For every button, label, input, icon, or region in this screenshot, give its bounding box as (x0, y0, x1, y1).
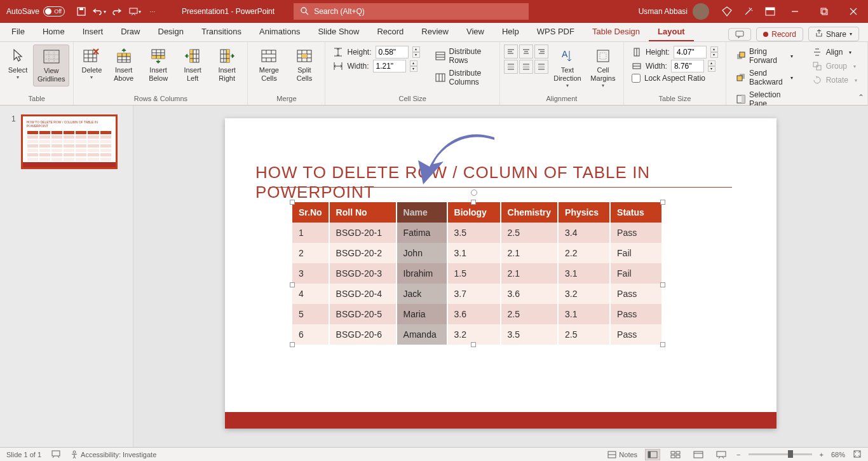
minimize-button[interactable] (780, 0, 810, 23)
resize-handle-ne[interactable] (660, 200, 665, 205)
slide-canvas-area[interactable]: HOW TO DELETE ROW / COLUMN OF TABLE IN P… (133, 106, 868, 447)
table-header[interactable]: Status (610, 202, 662, 223)
insert-left-button[interactable]: Insert Left (176, 45, 209, 85)
tab-table-design[interactable]: Table Design (583, 23, 649, 41)
lock-aspect-ratio-checkbox[interactable]: Lock Aspect Ratio (632, 74, 718, 83)
slide-title[interactable]: HOW TO DELETE ROW / COLUMN OF TABLE IN P… (255, 163, 746, 202)
table-header[interactable]: Name (397, 202, 447, 223)
table-row[interactable]: 6BSGD-20-6Amanda3.23.52.5Pass (292, 324, 662, 345)
tab-design[interactable]: Design (149, 23, 193, 41)
tab-slide-show[interactable]: Slide Show (309, 23, 368, 41)
insert-above-button[interactable]: Insert Above (107, 45, 140, 85)
table-cell[interactable]: 3.6 (447, 304, 501, 324)
cell-width-spinner[interactable]: ▴▾ (410, 60, 417, 72)
diamond-icon[interactable] (722, 6, 732, 17)
table-cell[interactable]: Fail (610, 263, 662, 284)
table-cell[interactable]: 3.5 (447, 223, 501, 243)
redo-icon[interactable] (112, 6, 122, 17)
cell-margins-button[interactable]: Cell Margins▾ (587, 45, 620, 92)
zoom-out-button[interactable]: − (736, 451, 740, 458)
table-cell[interactable]: 3.1 (558, 304, 610, 324)
undo-icon[interactable]: ▾ (94, 6, 104, 17)
table-cell[interactable]: BSGD-20-4 (329, 284, 397, 304)
slide-sorter-view-button[interactable] (668, 449, 683, 460)
table-cell[interactable]: 2.5 (501, 304, 558, 324)
tab-transitions[interactable]: Transitions (193, 23, 250, 41)
table-cell[interactable]: BSGD-20-6 (329, 324, 397, 345)
table-cell[interactable]: 3.1 (558, 263, 610, 284)
resize-handle-w[interactable] (290, 282, 295, 287)
tab-wps-pdf[interactable]: WPS PDF (528, 23, 583, 41)
table-cell[interactable]: 4 (292, 284, 329, 304)
table-cell[interactable]: Fatima (397, 223, 447, 243)
language-icon[interactable] (51, 450, 60, 459)
present-icon[interactable]: ▾ (130, 6, 140, 17)
table-cell[interactable]: BSGD-20-3 (329, 263, 397, 284)
share-button[interactable]: Share▾ (808, 27, 859, 41)
rotate-handle[interactable] (471, 189, 477, 196)
distribute-rows-button[interactable]: Distribute Rows (433, 46, 492, 66)
view-gridlines-button[interactable]: View Gridlines (33, 45, 69, 86)
align-top-center[interactable] (519, 45, 533, 58)
table-row[interactable]: 2BSGD-20-2John3.12.12.2Fail (292, 243, 662, 263)
ribbon-display-icon[interactable] (765, 6, 775, 17)
table-cell[interactable]: Pass (610, 223, 662, 243)
table-cell[interactable]: Pass (610, 324, 662, 345)
table-cell[interactable]: BSGD-20-5 (329, 304, 397, 324)
tab-record[interactable]: Record (368, 23, 412, 41)
table-header[interactable]: Sr.No (292, 202, 329, 223)
merge-cells-button[interactable]: Merge Cells (252, 45, 286, 85)
curved-arrow-shape[interactable] (418, 128, 501, 188)
table-header[interactable]: Physics (558, 202, 610, 223)
table-cell[interactable]: 3.6 (501, 284, 558, 304)
resize-handle-n[interactable] (471, 200, 476, 205)
align-top-left[interactable] (504, 45, 518, 58)
zoom-level[interactable]: 68% (831, 451, 845, 458)
bring-forward-button[interactable]: Bring Forward▾ (734, 46, 796, 66)
table-cell[interactable]: Pass (610, 284, 662, 304)
table-cell[interactable]: 3.4 (558, 223, 610, 243)
delete-button[interactable]: Delete▾ (78, 45, 105, 83)
table-width-input[interactable] (671, 60, 704, 72)
tab-view[interactable]: View (458, 23, 493, 41)
table-cell[interactable]: Amanda (397, 324, 447, 345)
split-cells-button[interactable]: Split Cells (287, 45, 321, 85)
tab-draw[interactable]: Draw (112, 23, 149, 41)
slide-thumbnail[interactable]: HOW TO DELETE ROW / COLUMN OF TABLE IN P… (21, 114, 118, 169)
table-header[interactable]: Roll No (329, 202, 397, 223)
comments-button[interactable] (728, 28, 751, 41)
record-button[interactable]: Record (756, 27, 803, 41)
align-middle-center[interactable] (519, 60, 533, 74)
zoom-slider[interactable] (749, 453, 812, 455)
table-row[interactable]: 5BSGD-20-5Maria3.62.53.1Pass (292, 304, 662, 324)
insert-below-button[interactable]: Insert Below (142, 45, 175, 85)
table-cell[interactable]: Pass (610, 304, 662, 324)
cell-height-input[interactable] (376, 46, 409, 58)
group-button[interactable]: Group▾ (810, 60, 860, 72)
table-cell[interactable]: John (397, 243, 447, 263)
select-button[interactable]: Select▾ (4, 45, 32, 83)
tab-layout[interactable]: Layout (649, 23, 694, 41)
table-height-spinner[interactable]: ▴▾ (710, 46, 718, 58)
resize-handle-se[interactable] (660, 342, 665, 347)
fit-to-window-button[interactable] (853, 450, 862, 460)
qat-customize-icon[interactable]: ⋯ (147, 6, 158, 17)
table-cell[interactable]: 2.5 (501, 223, 558, 243)
table-row[interactable]: 3BSGD-20-3Ibrahim1.52.13.1Fail (292, 263, 662, 284)
tab-review[interactable]: Review (412, 23, 458, 41)
table-cell[interactable]: 3.1 (447, 243, 501, 263)
save-icon[interactable] (76, 6, 86, 17)
table-cell[interactable]: Jack (397, 284, 447, 304)
slide-counter[interactable]: Slide 1 of 1 (6, 451, 41, 458)
slide[interactable]: HOW TO DELETE ROW / COLUMN OF TABLE IN P… (225, 118, 776, 429)
table-cell[interactable]: 2.5 (558, 324, 610, 345)
table-row[interactable]: 1BSGD-20-1Fatima3.52.53.4Pass (292, 223, 662, 243)
table-cell[interactable]: 2 (292, 243, 329, 263)
table-cell[interactable]: 3.2 (558, 284, 610, 304)
reading-view-button[interactable] (691, 449, 706, 460)
tab-animations[interactable]: Animations (250, 23, 309, 41)
slideshow-view-button[interactable] (714, 449, 729, 460)
table-header[interactable]: Biology (447, 202, 501, 223)
cell-width-input[interactable] (373, 60, 406, 72)
text-direction-button[interactable]: A Text Direction▾ (550, 45, 585, 92)
